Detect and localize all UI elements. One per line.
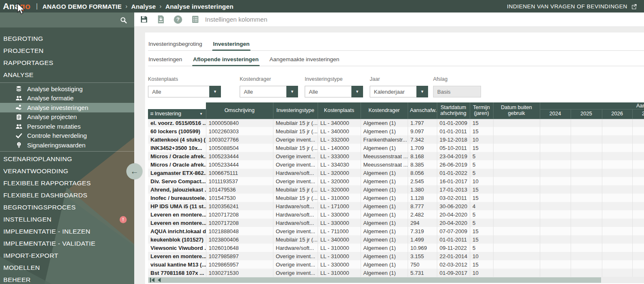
top-header: Anago | ANAGO DEMO FORMATIE › Analyse › … — [0, 0, 644, 12]
table-row[interactable]: Legamaster ETX-862... 1006675111 Hardwar… — [148, 169, 644, 177]
afslag-input: Basis — [433, 86, 481, 97]
col-header-kostenplaats[interactable]: Kostenplaats — [318, 102, 361, 119]
sidebar-menu: BEGROTING PROJECTEN RAPPORTAGES ANALYSE … — [0, 27, 134, 284]
table-row[interactable]: Ahrend, jalouziekast ... 101479536 Meubi… — [148, 185, 644, 194]
table-row[interactable]: Viewsonic Viwubord ... 1026010648 Hardwa… — [148, 244, 644, 252]
anago-logo[interactable]: Anago — [3, 1, 30, 11]
col-header-datum-buiten-gebruik[interactable]: Datum buiten gebruik — [493, 102, 540, 119]
table-row[interactable]: Micros / Oracle afrek... 1005233444 Over… — [148, 160, 644, 169]
col-header-termijn[interactable]: Termijn (jaren) — [470, 102, 493, 119]
table-row[interactable]: Bst 77081168 107x ... 1030271530 Overige… — [148, 269, 644, 277]
sidebar-item-analyse-projecten[interactable]: Analyse projecten — [0, 112, 134, 122]
tab-aflopende-investeringen[interactable]: Aflopende investeringen — [193, 56, 259, 66]
first-page-icon[interactable] — [150, 278, 155, 282]
col-header-2024[interactable]: 2024 — [540, 109, 571, 119]
users-icon — [15, 123, 23, 130]
export-icon[interactable] — [156, 15, 165, 24]
table-row[interactable]: el. voorz. 0515/0516 ... 1000050840 Meub… — [148, 119, 644, 127]
sidebar-item-import-export[interactable]: IMPORT-EXPORT — [0, 250, 134, 262]
sidebar-item-instellingen[interactable]: INSTELLINGEN ! — [0, 214, 134, 226]
chevron-down-icon[interactable]: ▼ — [200, 112, 204, 116]
clipboard-icon — [15, 114, 23, 120]
filter-bar: Kostenplaats Alle ▼ Kostendrager Alle ▼ — [148, 76, 644, 97]
save-button[interactable] — [139, 15, 148, 24]
chevron-down-icon[interactable]: ▼ — [351, 86, 363, 97]
sidebar-item-analyse[interactable]: ANALYSE — [0, 69, 134, 81]
filter-investeringstype: Investeringstype Alle ▼ — [305, 76, 363, 97]
users-icon — [15, 95, 23, 102]
horizontal-scrollbar[interactable] — [148, 277, 644, 283]
col-header-2027[interactable]: 2027 — [632, 109, 644, 119]
check-icon — [15, 132, 23, 139]
menu-icon[interactable]: ≡ — [150, 110, 153, 117]
col-header-2025[interactable]: 2025 — [571, 109, 602, 119]
table-row[interactable]: Leveren en montere... 1020717208 Hardwar… — [148, 219, 644, 227]
sidebar-item-modellen[interactable]: MODELLEN — [0, 262, 134, 274]
sidebar-item-beheer[interactable]: BEHEER — [0, 274, 134, 284]
col-header-omschrijving[interactable]: Omschrijving — [206, 102, 273, 119]
filter-afslag: Afslag Basis — [433, 76, 481, 97]
sidebar-search-bar[interactable] — [0, 12, 134, 27]
table-row[interactable]: keukenblok (101527) 1023800406 Meubilair… — [148, 235, 644, 244]
table-row[interactable]: AQUA inricht.lokaal d... 1021888048 Over… — [148, 227, 644, 235]
tab-investeringsbegroting[interactable]: Investeringsbegroting — [148, 41, 202, 50]
sidebar-item-implementatie-validatie[interactable]: IMPLEMENTATIE - VALIDATIE — [0, 238, 134, 250]
table-row[interactable]: Micros / Oracle afrek... 1005233444 Over… — [148, 152, 644, 160]
col-header-investering[interactable]: ≡ Investering ▼ — [148, 109, 206, 119]
sidebar-item-signaleringswaarden[interactable]: Signaleringswaarden — [0, 140, 134, 150]
col-header-investeringstype[interactable]: Investeringstype — [273, 102, 318, 119]
columns-settings-icon[interactable] — [190, 15, 200, 24]
sidebar-item-analyse-formatie[interactable]: Analyse formatie — [0, 94, 134, 103]
sidebar-item-analyse-investeringen[interactable]: Analyse investeringen — [0, 103, 134, 112]
feedback-link[interactable]: INDIENEN VAN VRAGEN OF BEVINDINGEN — [507, 3, 637, 10]
chevron-down-icon[interactable]: ▼ — [209, 86, 221, 97]
investeringstype-select[interactable]: Alle ▼ — [305, 86, 363, 97]
col-header-kostendrager[interactable]: Kostendrager — [361, 102, 408, 119]
sidebar-item-begroting[interactable]: BEGROTING — [0, 32, 134, 45]
sidebar-item-begrotingsproces[interactable]: BEGROTINGSPROCES — [0, 202, 134, 214]
table-row[interactable]: Div. Servo Compact... 1011193537 Overige… — [148, 177, 644, 185]
previous-page-icon[interactable] — [158, 278, 161, 282]
sidebar-item-verantwoording[interactable]: VERANTWOORDING — [0, 165, 134, 177]
app-window: Anago | ANAGO DEMO FORMATIE › Analyse › … — [0, 0, 644, 284]
sidebar-item-scenarioplanning[interactable]: SCENARIOPLANNING — [0, 153, 134, 165]
sidebar-item-flexibele-rapportages[interactable]: FLEXIBELE RAPPORTAGES — [0, 177, 134, 189]
breadcrumb-root[interactable]: ANAGO DEMO FORMATIE — [43, 3, 122, 10]
breadcrumb-separator: › — [125, 3, 128, 10]
tab-sub-investeringen[interactable]: Investeringen — [148, 56, 182, 66]
search-icon[interactable] — [120, 17, 127, 24]
sidebar-item-flexibele-dashboards[interactable]: FLEXIBELE DASHBOARDS — [0, 189, 134, 202]
table-row[interactable]: visual kantine M13 (... 1029865957 Overi… — [148, 260, 644, 269]
breadcrumb-level1[interactable]: Analyse — [131, 3, 156, 10]
jaar-select[interactable]: Kalenderjaar ▼ — [370, 86, 428, 97]
col-header-startdatum[interactable]: Startdatum afschrijving — [437, 102, 470, 119]
tab-investeringen[interactable]: Investeringen — [213, 41, 250, 50]
table-row[interactable]: HP IDS UMA i5 (11 st... 1020356241 Hardw… — [148, 202, 644, 210]
kostendrager-select[interactable]: Alle ▼ — [240, 86, 298, 97]
table-row[interactable]: INK3452+3500 10x... 1005088504 Meubilair… — [148, 144, 644, 152]
chevron-down-icon[interactable]: ▼ — [416, 86, 428, 97]
sidebar-collapse-button[interactable]: ← — [126, 163, 143, 179]
sidebar-item-implementatie-inlezen[interactable]: IMPLEMENTATIE - INLEZEN — [0, 226, 134, 238]
analyse-submenu: Analyse bekostiging Analyse formatie Ana… — [0, 82, 134, 152]
breadcrumb-level2[interactable]: Analyse investeringen — [165, 3, 233, 10]
sidebar-item-analyse-bekostiging[interactable]: Analyse bekostiging — [0, 84, 134, 94]
sidebar-item-projecten[interactable]: PROJECTEN — [0, 45, 134, 57]
sidebar-item-personele-mutaties[interactable]: Personele mutaties — [0, 122, 134, 131]
kostenplaats-select[interactable]: Alle ▼ — [148, 86, 221, 97]
table-row[interactable]: Leveren en montere... 1027985897 Overige… — [148, 252, 644, 260]
col-header-2026[interactable]: 2026 — [602, 109, 632, 119]
content-panel: Investeringsbegroting Investeringen Inve… — [145, 32, 644, 284]
col-header-aanschafwaarde[interactable]: Aanschafw... — [408, 102, 437, 119]
coins-icon — [15, 85, 23, 92]
table-row[interactable]: 60 lockers (100599) 1002260303 Meubilair… — [148, 127, 644, 135]
horizontal-scrollbar-thumb[interactable] — [148, 277, 601, 283]
chevron-down-icon[interactable]: ▼ — [286, 86, 298, 97]
table-row[interactable]: Leveren en montere... 1020717208 Hardwar… — [148, 210, 644, 219]
tab-aangemaakte-investeringen[interactable]: Aangemaakte investeringen — [270, 56, 339, 66]
sidebar-item-rapportages[interactable]: RAPPORTAGES — [0, 57, 134, 69]
table-row[interactable]: Inofec / bureaustoele... 101547530 Meubi… — [148, 194, 644, 202]
sidebar-item-controle-herverdeling[interactable]: Controle herverdeling — [0, 131, 134, 141]
help-icon[interactable]: ? — [173, 15, 183, 24]
table-row[interactable]: Kattenkooi (4 stuks) (... 1003027766 Ove… — [148, 135, 644, 144]
